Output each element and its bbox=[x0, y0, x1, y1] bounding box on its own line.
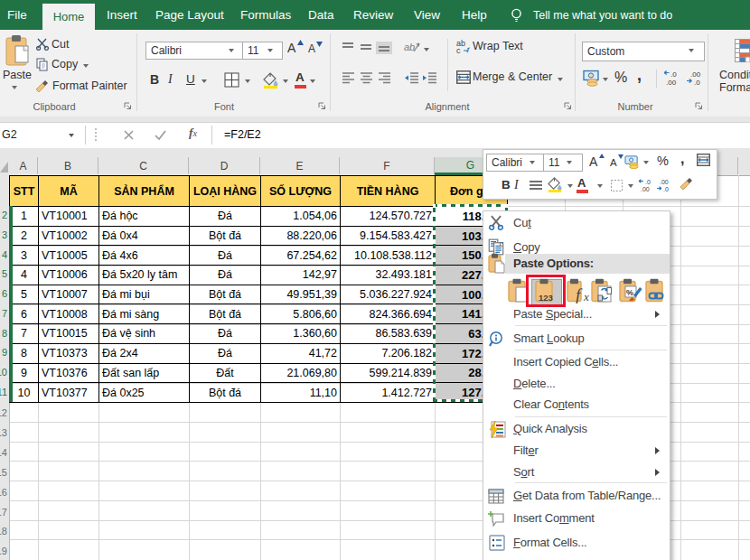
svg-text:c: c bbox=[456, 46, 461, 55]
svg-text:.0: .0 bbox=[663, 186, 669, 192]
svg-text:.00: .00 bbox=[660, 179, 669, 185]
svg-text:.00: .00 bbox=[690, 70, 701, 79]
svg-text:%: % bbox=[626, 288, 633, 297]
svg-text:.00: .00 bbox=[666, 79, 677, 86]
svg-text:f: f bbox=[576, 285, 583, 303]
svg-text:x: x bbox=[583, 290, 589, 303]
svg-text:.0: .0 bbox=[694, 79, 700, 86]
svg-text:.0: .0 bbox=[645, 179, 651, 185]
svg-text:.0: .0 bbox=[670, 70, 677, 79]
svg-text:.00: .00 bbox=[641, 186, 650, 192]
svg-text:ab: ab bbox=[404, 42, 415, 52]
